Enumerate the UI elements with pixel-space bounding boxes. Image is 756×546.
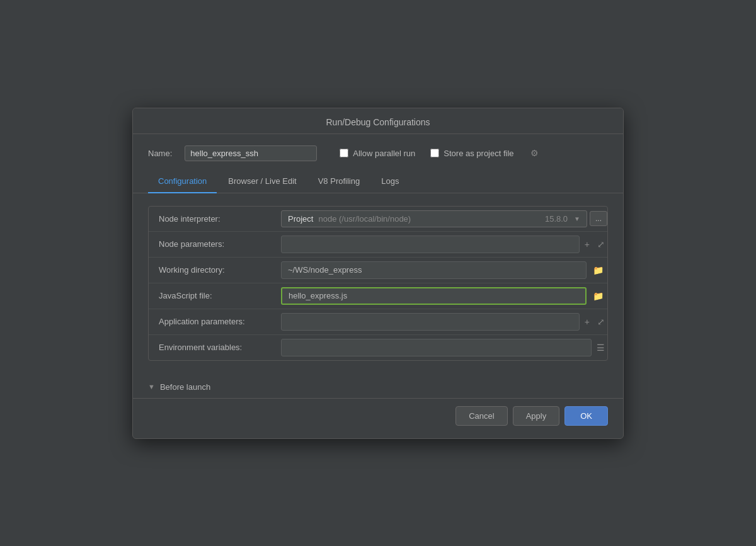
tab-v8-profiling[interactable]: V8 Profiling	[308, 170, 370, 193]
working-directory-label: Working directory:	[149, 259, 281, 281]
interpreter-browse-button[interactable]: ...	[590, 211, 607, 226]
interpreter-path-text: node (/usr/local/bin/node)	[318, 214, 411, 224]
cancel-button[interactable]: Cancel	[455, 406, 507, 426]
javascript-file-value: 📁	[281, 283, 607, 309]
application-parameters-value: + ⤢	[281, 309, 607, 334]
apply-button[interactable]: Apply	[513, 406, 560, 426]
environment-variables-row: Environment variables: ☰	[149, 335, 607, 360]
store-project-checkbox[interactable]	[430, 149, 439, 157]
javascript-file-label: JavaScript file:	[149, 285, 281, 307]
triangle-icon[interactable]: ▼	[148, 383, 155, 390]
node-interpreter-field[interactable]: Project node (/usr/local/bin/node) 15.8.…	[281, 210, 587, 227]
before-launch-section: ▼ Before launch	[133, 373, 623, 398]
app-expand-icon[interactable]: ⤢	[595, 316, 607, 328]
node-interpreter-value: Project node (/usr/local/bin/node) 15.8.…	[281, 207, 607, 231]
javascript-folder-icon[interactable]: 📁	[589, 288, 607, 304]
store-project-option[interactable]: Store as project file	[430, 149, 513, 158]
expand-icon[interactable]: ⤢	[595, 238, 607, 251]
working-directory-row: Working directory: 📁	[149, 258, 607, 283]
header-options: Allow parallel run Store as project file…	[340, 148, 538, 158]
working-directory-value: 📁	[281, 258, 607, 283]
ok-button[interactable]: OK	[564, 406, 608, 426]
allow-parallel-option[interactable]: Allow parallel run	[340, 149, 415, 158]
node-parameters-label: Node parameters:	[149, 233, 281, 255]
environment-variables-label: Environment variables:	[149, 336, 281, 358]
environment-variables-value: ☰	[281, 335, 607, 360]
before-launch-label: Before launch	[160, 382, 210, 392]
app-add-icon[interactable]: +	[582, 316, 592, 328]
dropdown-arrow-icon: ▼	[574, 215, 580, 222]
application-parameters-input[interactable]	[281, 313, 580, 331]
tab-logs[interactable]: Logs	[371, 170, 409, 193]
dialog-header: Name: Allow parallel run Store as projec…	[133, 134, 623, 170]
add-icon[interactable]: +	[582, 238, 592, 251]
tab-browser-live-edit[interactable]: Browser / Live Edit	[218, 170, 306, 193]
run-debug-dialog: Run/Debug Configurations Name: Allow par…	[132, 108, 624, 439]
dialog-footer: Cancel Apply OK	[133, 399, 623, 438]
name-label: Name:	[148, 149, 172, 158]
name-input[interactable]	[185, 145, 317, 161]
node-parameters-input[interactable]	[281, 236, 580, 253]
application-parameters-row: Application parameters: + ⤢	[149, 309, 607, 335]
environment-variables-input[interactable]	[281, 339, 592, 356]
node-interpreter-label: Node interpreter:	[149, 208, 281, 230]
allow-parallel-checkbox[interactable]	[340, 149, 348, 157]
env-edit-icon[interactable]: ☰	[594, 341, 607, 354]
config-content: Node interpreter: Project node (/usr/loc…	[133, 193, 623, 373]
tab-configuration[interactable]: Configuration	[148, 170, 217, 193]
node-parameters-value: + ⤢	[281, 232, 607, 257]
interpreter-project-text: Project	[288, 214, 313, 224]
dialog-title: Run/Debug Configurations	[133, 108, 623, 134]
tabs-bar: Configuration Browser / Live Edit V8 Pro…	[133, 170, 623, 193]
interpreter-version: 15.8.0	[545, 214, 568, 224]
config-panel: Node interpreter: Project node (/usr/loc…	[148, 206, 608, 361]
folder-icon[interactable]: 📁	[589, 263, 607, 278]
application-parameters-label: Application parameters:	[149, 310, 281, 333]
node-interpreter-row: Node interpreter: Project node (/usr/loc…	[149, 207, 607, 232]
javascript-file-row: JavaScript file: 📁	[149, 283, 607, 309]
node-parameters-row: Node parameters: + ⤢	[149, 232, 607, 258]
gear-icon[interactable]: ⚙	[530, 148, 539, 158]
javascript-file-input[interactable]	[281, 287, 587, 305]
working-directory-input[interactable]	[281, 261, 587, 279]
